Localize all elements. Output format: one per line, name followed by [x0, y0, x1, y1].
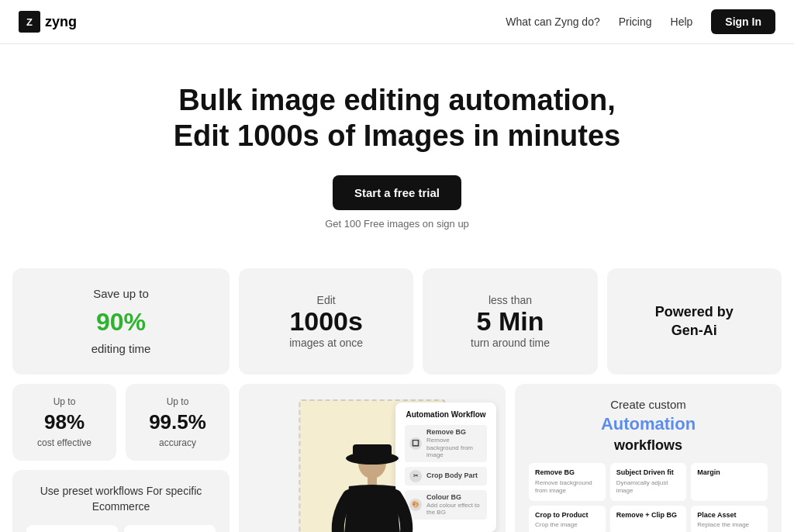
powered-line1: Powered by	[655, 303, 734, 321]
cost-up: Up to	[25, 396, 104, 407]
func-place-asset: Place Asset Replace the image	[691, 506, 768, 532]
workflow-title: Automation Workflow	[405, 410, 487, 419]
workflows-word: workflows	[529, 437, 768, 454]
right-column: Create custom Automation workflows Remov…	[515, 384, 782, 532]
accuracy-label: accuracy	[138, 437, 217, 448]
func-crop-product: Crop to Product Crop the image	[529, 506, 606, 532]
logo-text: zyng	[45, 14, 77, 30]
nav-link-help[interactable]: Help	[671, 16, 693, 28]
stat-cost: Up to 98% cost effective	[12, 384, 116, 461]
card-edit: Edit 1000s images at once	[239, 268, 413, 375]
cost-pct: 98%	[25, 410, 104, 434]
save-prefix: Save up to	[93, 285, 149, 303]
automation-word: Automation	[529, 414, 768, 434]
func-remove-clip: Remove + Clip BG	[610, 506, 687, 532]
center-image-panel: Automation Workflow 🔲 Remove BG Remove b…	[239, 384, 506, 532]
accuracy-up: Up to	[138, 396, 217, 407]
logo: Z zyng	[19, 11, 77, 33]
card-less: less than 5 Min turn around time	[423, 268, 597, 375]
brand-walmart: Walmart ✦	[124, 525, 216, 532]
func-subject: Subject Driven fit Dynamically adjust im…	[610, 463, 687, 500]
hero-heading: Bulk image editing automation, Edit 1000…	[16, 83, 778, 154]
nav: What can Zyng do? Pricing Help Sign In	[506, 9, 775, 34]
func-removebg: Remove BG Remove background from image	[529, 463, 606, 500]
signin-button[interactable]: Sign In	[711, 9, 775, 34]
cost-label: cost effective	[25, 437, 104, 448]
brand-grid: amazon Walmart ✦ 🛍 Shopee Flipkart 🏷 eba…	[26, 525, 216, 532]
bottom-row: Up to 98% cost effective Up to 99.5% acc…	[12, 384, 782, 532]
function-grid: Remove BG Remove background from image S…	[529, 463, 768, 532]
stats-row: Up to 98% cost effective Up to 99.5% acc…	[12, 384, 230, 461]
edit-label: Edit	[317, 294, 336, 306]
header: Z zyng What can Zyng do? Pricing Help Si…	[0, 0, 794, 44]
wf-label-1: Remove BG Remove background from image	[426, 428, 482, 459]
less-label: less than	[488, 294, 532, 306]
func-margin: Margin	[691, 463, 768, 500]
left-column: Up to 98% cost effective Up to 99.5% acc…	[12, 384, 230, 532]
less-sub: turn around time	[471, 337, 550, 349]
ecom-title: Use preset workflows For specific Ecomme…	[26, 484, 216, 514]
edit-big: 1000s	[289, 306, 363, 337]
stat-accuracy: Up to 99.5% accuracy	[126, 384, 230, 461]
edit-sub: images at once	[289, 337, 363, 349]
hero-cta: Start a free trial Get 100 Free images o…	[16, 175, 778, 230]
svg-rect-2	[353, 444, 392, 460]
nav-link-what[interactable]: What can Zyng do?	[506, 16, 599, 28]
content-area: Save up to 90% editing time Edit 1000s i…	[0, 253, 794, 532]
wf-label-3: Colour BG Add colour effect to the BG	[426, 493, 482, 516]
accuracy-pct: 99.5%	[138, 410, 217, 434]
hero-subtitle: Get 100 Free images on sign up	[325, 218, 469, 230]
fashion-figure-svg	[310, 441, 434, 532]
nav-link-pricing[interactable]: Pricing	[619, 16, 652, 28]
save-percent: 90%	[96, 303, 146, 340]
trial-button[interactable]: Start a free trial	[333, 175, 461, 210]
less-big: 5 Min	[477, 306, 544, 337]
card-powered: Powered by Gen-Ai	[607, 268, 782, 375]
top-row: Save up to 90% editing time Edit 1000s i…	[12, 268, 782, 375]
logo-icon: Z	[19, 11, 40, 33]
ecommerce-card: Use preset workflows For specific Ecomme…	[12, 470, 230, 532]
create-custom-label: Create custom	[529, 398, 768, 411]
hero-section: Bulk image editing automation, Edit 1000…	[0, 44, 794, 253]
card-save-time: Save up to 90% editing time	[12, 268, 230, 375]
powered-line2: Gen-Ai	[671, 322, 717, 340]
save-suffix: editing time	[91, 340, 151, 358]
brand-amazon: amazon	[26, 525, 118, 532]
